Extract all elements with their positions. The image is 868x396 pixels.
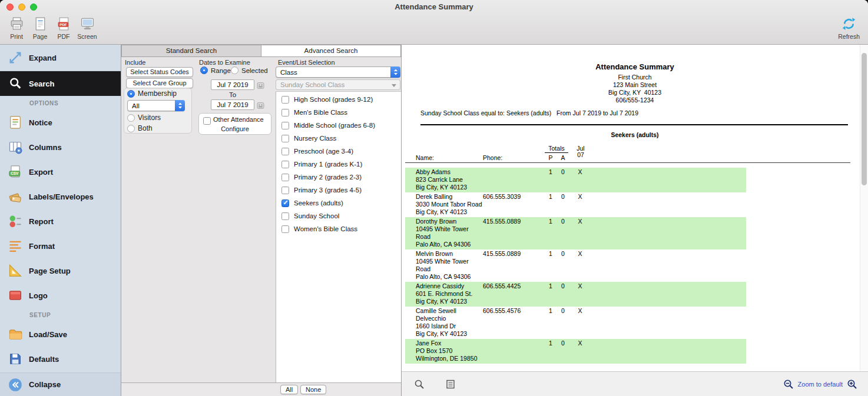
- logo-icon: [8, 288, 23, 303]
- select-care-group-button[interactable]: Select Care Group: [126, 78, 193, 88]
- refresh-icon: [841, 16, 857, 32]
- event-item-middle-school[interactable]: Middle School (grades 6-8): [276, 119, 401, 132]
- window-title: Attendance Summary: [0, 0, 868, 14]
- sidebar-item-collapse[interactable]: Collapse: [0, 372, 121, 396]
- event-item-label: Primary 2 (grades 2-3): [294, 174, 362, 181]
- event-item-nursery-class[interactable]: Nursery Class: [276, 132, 401, 145]
- include-label: Include: [125, 59, 145, 66]
- sidebar-item-labels-envelopes[interactable]: Labels/Envelopes: [0, 184, 121, 209]
- checkbox-icon: [281, 109, 289, 117]
- tab-advanced-search[interactable]: Advanced Search: [261, 45, 401, 56]
- row-name-address: Melvin Brown 10495 White Tower Road Palo…: [416, 250, 486, 281]
- row-phone: 415.555.0889: [483, 218, 521, 225]
- event-type-select[interactable]: Class: [276, 66, 400, 78]
- sidebar-item-load-save[interactable]: Load/Save: [0, 322, 121, 347]
- row-absent-count: 0: [559, 307, 567, 314]
- row-phone: 606.555.3039: [483, 193, 521, 200]
- page-button[interactable]: Page: [28, 16, 52, 40]
- row-name-address: Abby Adams 823 Carrick Lane Big City, KY…: [416, 168, 486, 191]
- event-item-primary-3[interactable]: Primary 3 (grades 4-5): [276, 184, 401, 197]
- event-item-sunday-school[interactable]: Sunday School: [276, 209, 401, 222]
- row-name-address: Jane Fox PO Box 1570 Wilmington, DE 1985…: [416, 340, 486, 362]
- close-button[interactable]: [6, 4, 14, 11]
- other-attendance-checkbox[interactable]: [203, 117, 211, 125]
- zoom-in-icon[interactable]: [847, 379, 857, 390]
- event-item-mens-bible-class[interactable]: Men's Bible Class: [276, 106, 401, 119]
- tab-standard-search[interactable]: Standard Search: [121, 45, 261, 56]
- preview-document-icon[interactable]: [445, 379, 456, 390]
- preview-search-icon[interactable]: [414, 379, 425, 390]
- print-button[interactable]: Print: [5, 16, 28, 40]
- row-attendance-mark: X: [575, 218, 585, 225]
- radio-range[interactable]: Range: [200, 66, 231, 74]
- sidebar-item-page-setup[interactable]: Page Setup: [0, 258, 121, 283]
- export-label: Export: [29, 168, 53, 177]
- date-to-field[interactable]: Jul 7 2019: [211, 99, 254, 110]
- preview-scrollbar[interactable]: [860, 45, 868, 371]
- refresh-label: Refresh: [838, 33, 860, 40]
- expand-icon: [8, 50, 23, 65]
- search-icon: [8, 76, 23, 91]
- date-picker-icon[interactable]: [257, 101, 264, 109]
- radio-visitors[interactable]: Visitors: [127, 114, 161, 122]
- event-item-womens-bible-class[interactable]: Women's Bible Class: [276, 222, 401, 235]
- window-chrome: Attendance Summary Print Page: [0, 0, 868, 45]
- page-setup-label: Page Setup: [29, 267, 71, 275]
- event-item-label: High School (grades 9-12): [294, 96, 373, 103]
- sidebar-item-defaults[interactable]: Defaults: [0, 347, 121, 371]
- load-save-label: Load/Save: [29, 330, 67, 339]
- sidebar-item-logo[interactable]: Logo: [0, 283, 121, 308]
- event-item-label: Sunday School: [294, 212, 339, 219]
- row-present-count: 1: [546, 307, 555, 314]
- report-rows: Abby Adams 823 Carrick Lane Big City, KY…: [405, 168, 746, 364]
- sidebar-item-export[interactable]: CSV Export: [0, 159, 121, 184]
- event-item-seekers-adults[interactable]: Seekers (adults): [276, 197, 401, 209]
- sidebar-item-expand[interactable]: Expand: [0, 45, 121, 71]
- event-item-primary-2[interactable]: Primary 2 (grades 2-3): [276, 171, 401, 184]
- popup-arrows-icon: [390, 66, 400, 78]
- radio-both[interactable]: Both: [127, 124, 153, 132]
- report-row: Dorothy Brown 10495 White Tower Road Pal…: [405, 217, 746, 249]
- event-filter-select[interactable]: Sunday School Class: [276, 79, 400, 90]
- refresh-button[interactable]: Refresh: [837, 16, 861, 40]
- columns-label: Columns: [29, 143, 62, 152]
- sidebar-item-report[interactable]: Report: [0, 209, 121, 234]
- report-row: Adrienne Cassidy 601 E. Richmond St. Big…: [405, 282, 746, 307]
- sidebar-item-search[interactable]: Search: [0, 71, 121, 96]
- zoom-to-default-button[interactable]: Zoom to default: [798, 381, 843, 388]
- scrollbar-thumb[interactable]: [862, 53, 867, 185]
- row-name-address: Camille Sewell Delvecchio 1660 Island Dr…: [416, 307, 486, 338]
- titlebar: Attendance Summary: [0, 0, 868, 15]
- radio-icon: [200, 66, 208, 74]
- sidebar-item-columns[interactable]: Columns: [0, 135, 121, 159]
- date-picker-icon[interactable]: [257, 81, 264, 89]
- sidebar-options-header: OPTIONS: [0, 96, 121, 110]
- event-item-label: Nursery Class: [294, 135, 336, 142]
- event-item-label: Middle School (grades 6-8): [294, 122, 375, 129]
- pdf-button[interactable]: PDF PDF: [52, 16, 75, 40]
- checkbox-icon: [281, 174, 289, 181]
- radio-membership[interactable]: Membership: [127, 89, 177, 98]
- select-status-codes-button[interactable]: Select Status Codes: [126, 67, 193, 77]
- row-attendance-mark: X: [575, 168, 585, 175]
- select-none-button[interactable]: None: [300, 385, 326, 394]
- select-all-button[interactable]: All: [280, 385, 298, 394]
- date-from-field[interactable]: Jul 7 2019: [211, 79, 254, 90]
- search-tabs: Standard Search Advanced Search: [121, 45, 401, 57]
- row-present-count: 1: [546, 168, 555, 175]
- sidebar-item-format[interactable]: Format: [0, 234, 121, 258]
- event-type-value: Class: [280, 69, 297, 76]
- event-item-preschool[interactable]: Preschool (age 3-4): [276, 145, 401, 158]
- membership-type-select[interactable]: All: [127, 100, 185, 111]
- event-item-primary-1[interactable]: Primary 1 (grades K-1): [276, 158, 401, 171]
- screen-button[interactable]: Screen: [75, 16, 99, 40]
- minimize-button[interactable]: [18, 4, 25, 11]
- configure-button[interactable]: Configure: [199, 125, 271, 132]
- sidebar-item-notice[interactable]: Notice: [0, 110, 121, 135]
- row-present-count: 1: [546, 340, 555, 347]
- radio-selected[interactable]: Selected: [231, 66, 268, 74]
- event-item-high-school[interactable]: High School (grades 9-12): [276, 93, 401, 106]
- fullscreen-button[interactable]: [30, 4, 37, 11]
- pdf-label: PDF: [58, 33, 70, 40]
- zoom-out-icon[interactable]: [783, 379, 794, 390]
